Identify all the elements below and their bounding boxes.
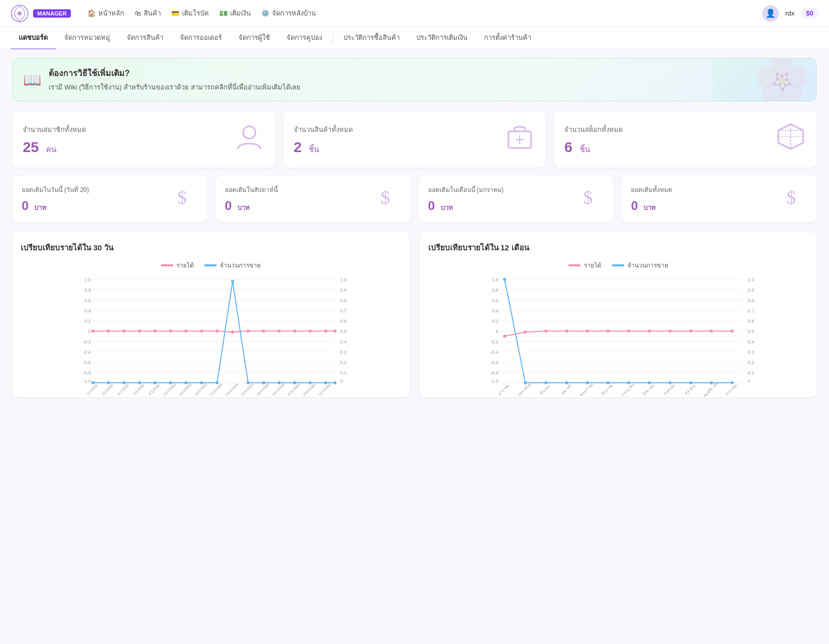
nav-separator [333, 33, 333, 43]
svg-text:1.0: 1.0 [340, 277, 347, 282]
svg-point-58 [324, 330, 327, 333]
stat-stock-info: จำนวนสต็อกทั้งหมด 6 ชิ้น [564, 124, 623, 156]
svg-point-52 [231, 331, 234, 334]
svg-point-69 [231, 280, 234, 283]
svg-text:0.2: 0.2 [747, 360, 754, 365]
stat-stock-label: จำนวนสต็อกทั้งหมด [564, 124, 623, 135]
svg-text:0.5: 0.5 [340, 329, 347, 334]
chart-12months-area: 1.0 0.8 0.6 0.4 0.2 0 -0.2 -0.4 -0.6 -0.… [428, 274, 809, 388]
sec-nav-topup-history[interactable]: ประวัติการเติมเงิน [408, 27, 476, 50]
svg-point-56 [293, 330, 296, 333]
stat-members-info: จำนวนสมาชิกทั้งหมด 25 คน [23, 124, 86, 156]
svg-point-74 [309, 381, 312, 384]
svg-text:1.0: 1.0 [747, 277, 754, 282]
income-total-value: 0 บาท [631, 199, 672, 213]
sec-nav-settings[interactable]: การตั้งค่าร้านค้า [476, 27, 539, 50]
svg-text:0.4: 0.4 [84, 308, 91, 313]
svg-point-46 [138, 330, 141, 333]
svg-text:15/1/2566: 15/1/2566 [193, 383, 207, 397]
svg-text:-0.6: -0.6 [83, 360, 91, 365]
svg-point-75 [324, 381, 327, 384]
svg-point-135 [689, 330, 692, 333]
svg-point-66 [185, 381, 188, 384]
sec-nav-coupons[interactable]: จัดการคูปอง [278, 27, 330, 50]
dollar-icon-1: $ [173, 184, 198, 214]
svg-point-129 [565, 330, 568, 333]
svg-point-57 [309, 330, 312, 333]
svg-text:0: 0 [747, 379, 750, 384]
svg-text:$: $ [787, 187, 796, 208]
chart-30days-svg: 1.0 0.8 0.6 0.4 0.2 0 -0.2 -0.4 -0.6 -0.… [21, 274, 401, 388]
sec-nav-orders[interactable]: จัดการออเดอร์ [172, 27, 230, 50]
legend-sales-30: จำนวนการขาย [204, 260, 261, 270]
svg-text:0.7: 0.7 [747, 308, 754, 313]
svg-text:0.1: 0.1 [340, 370, 347, 376]
svg-point-63 [138, 381, 141, 384]
svg-point-138 [503, 278, 506, 281]
svg-text:0.8: 0.8 [492, 288, 499, 293]
user-name: rdx [785, 9, 794, 17]
svg-point-131 [606, 330, 609, 333]
svg-point-127 [523, 331, 526, 334]
sec-nav-products[interactable]: จัดการสินค้า [118, 27, 172, 50]
svg-text:0: 0 [88, 329, 91, 334]
nav-home[interactable]: 🏠 หน้าหลัก [87, 8, 124, 19]
stat-stock-value: 6 ชิ้น [564, 139, 623, 156]
svg-text:17/1/2566: 17/1/2566 [209, 383, 223, 397]
svg-text:27/1/2566: 27/1/2566 [287, 383, 300, 397]
stat-products: จำนวนสินค้าทั้งหมด 2 ชิ้น [283, 112, 546, 168]
svg-text:ตุลาคม: ตุลาคม [684, 384, 696, 396]
gear-icon: ⚙️ [261, 9, 269, 17]
svg-text:23/1/2566: 23/1/2566 [255, 383, 269, 397]
products-icon [504, 121, 535, 158]
svg-point-44 [107, 330, 110, 333]
balance-badge[interactable]: $0 [801, 8, 819, 19]
chart-12months: เปรียบเทียบรายได้ใน 12 เดือน รายได้ จำนว… [420, 232, 817, 397]
svg-text:11/1/2566: 11/1/2566 [162, 383, 176, 397]
sec-nav-category[interactable]: จัดการหมวดหมู่ [56, 27, 118, 50]
svg-text:พฤษภาคม: พฤษภาคม [578, 382, 594, 397]
svg-text:0.4: 0.4 [492, 308, 499, 313]
svg-text:-0.4: -0.4 [83, 350, 91, 355]
wiki-banner[interactable]: 📖 ต้องการวิธีใช้เพิ่มเติม? เรามี Wiki (ว… [12, 58, 817, 101]
svg-text:7/1/2566: 7/1/2566 [132, 383, 145, 396]
svg-text:-1.0: -1.0 [83, 379, 91, 384]
svg-text:0.6: 0.6 [340, 319, 347, 324]
income-week: ยอดเติมในสัปดาห์นี้ 0 บาท $ [216, 176, 411, 222]
home-icon: 🏠 [87, 9, 96, 17]
svg-text:0.1: 0.1 [747, 370, 754, 376]
dollar-icon-2: $ [376, 184, 401, 214]
income-total-label: ยอดเติมทั้งหมด [631, 185, 672, 194]
nav-products[interactable]: 🛍 สินค้า [134, 8, 161, 19]
income-month-info: ยอดเติมในเดือนนี้ (มกราคม) 0 บาท [428, 185, 504, 213]
legend-income-12: รายได้ [568, 260, 601, 270]
svg-point-2 [243, 126, 255, 139]
sec-nav-purchase-history[interactable]: ประวัติการซื้อสินค้า [335, 27, 408, 50]
avatar: 👤 [762, 5, 779, 22]
sec-nav-dashboard[interactable]: แดชบอร์ด [10, 27, 56, 50]
svg-text:0.2: 0.2 [340, 360, 347, 365]
income-today-value: 0 บาท [22, 199, 89, 213]
logo-area: MANAGER [10, 4, 71, 23]
svg-point-73 [293, 381, 296, 384]
svg-text:0.3: 0.3 [340, 350, 347, 355]
nav-topup-robux[interactable]: 💳 เติมโรบัค [171, 8, 209, 19]
svg-point-50 [200, 330, 203, 333]
svg-text:5/1/2566: 5/1/2566 [117, 383, 129, 396]
nav-backend[interactable]: ⚙️ จัดการหลังบ้าน [261, 8, 316, 19]
svg-text:กรกฎาคม: กรกฎาคม [620, 382, 636, 397]
svg-point-64 [154, 381, 157, 384]
manager-badge: MANAGER [33, 9, 71, 18]
sec-nav-users[interactable]: จัดการผู้ใช้ [230, 27, 278, 50]
svg-text:0.9: 0.9 [747, 288, 754, 293]
money-icon: 💵 [219, 9, 228, 17]
svg-point-59 [334, 330, 337, 333]
svg-point-76 [334, 381, 337, 384]
svg-text:0: 0 [340, 379, 343, 384]
svg-text:1/1/2566: 1/1/2566 [86, 383, 98, 396]
nav-topup-money[interactable]: 💵 เติมเงิน [219, 8, 251, 19]
svg-point-45 [123, 330, 126, 333]
svg-text:0.2: 0.2 [84, 319, 91, 324]
stat-products-info: จำนวนสินค้าทั้งหมด 2 ชิ้น [294, 124, 353, 156]
svg-text:มีนาคม: มีนาคม [539, 384, 551, 396]
